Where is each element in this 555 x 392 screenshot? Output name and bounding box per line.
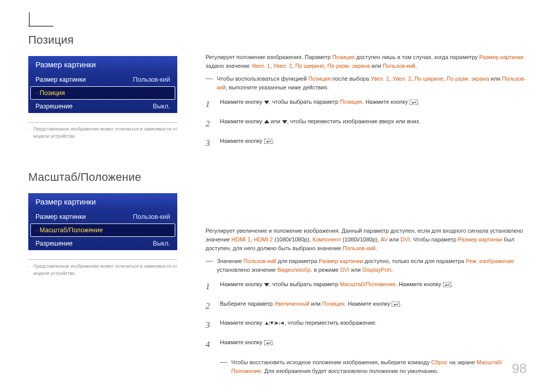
osd1-title: Размер картинки — [28, 56, 177, 73]
dash-icon: ― — [206, 74, 213, 92]
enter-icon — [392, 301, 400, 309]
svg-rect-10 — [392, 302, 400, 307]
t: Нажмите кнопку — [220, 138, 264, 144]
arrow-down-icon — [264, 282, 269, 289]
t: Значение — [217, 258, 244, 264]
footnote-rule-2 — [28, 259, 177, 260]
svg-marker-6 — [266, 141, 268, 143]
osd2-row2-label: · Масштаб/Положение — [36, 227, 103, 234]
t: или — [370, 63, 383, 69]
hl: Сброс — [431, 359, 448, 365]
t: , чтобы выбрать параметр — [269, 281, 340, 287]
s1-step3: 3 Нажмите кнопку . — [206, 137, 527, 150]
step-number: 3 — [206, 319, 213, 331]
osd2-row-size[interactable]: Размер картинки Пользов-кий — [28, 210, 177, 223]
s1-dash-text: Чтобы воспользоваться функцией Позиция п… — [217, 74, 527, 92]
t: установлено значение — [217, 267, 278, 273]
s2-step3: 3 Нажмите кнопку ///, чтобы переместить … — [206, 319, 527, 331]
svg-text:/: / — [279, 321, 281, 326]
hl: DVI — [400, 236, 410, 242]
step-number: 4 — [206, 339, 213, 351]
hl-position: Позиция — [332, 54, 355, 60]
step-number: 2 — [206, 300, 213, 312]
t: , чтобы переместить изображение. — [285, 320, 377, 326]
osd1-row2-label: · Позиция — [36, 89, 65, 97]
osd1-row1-label: Размер картинки — [35, 76, 86, 83]
t: для параметра — [276, 258, 319, 264]
osd2-row-res[interactable]: Разрешение Выкл. — [28, 237, 177, 250]
s2-intro: Регулирует увеличение и положение изобра… — [206, 227, 527, 253]
t: . — [376, 245, 377, 251]
t: доступен лишь в том случае, когда параме… — [355, 54, 479, 60]
step-text: Выберите параметр Увеличенный или Позици… — [220, 300, 401, 309]
step-text: Нажмите кнопку , чтобы выбрать параметр … — [220, 281, 453, 289]
arrow-down-icon — [282, 119, 287, 126]
hl: Увел. 2 — [393, 76, 412, 82]
enter-icon — [410, 99, 418, 107]
s2-step4: 4 Нажмите кнопку . — [206, 339, 527, 351]
svg-marker-9 — [445, 284, 447, 286]
hl-z2: Увел. 2 — [273, 63, 292, 69]
s2-dash-note-2: ― Чтобы восстановить исходное положение … — [220, 358, 527, 376]
s2-step1: 1 Нажмите кнопку , чтобы выбрать парамет… — [206, 281, 527, 293]
osd2-row3-value: Выкл. — [153, 240, 170, 247]
svg-text:/: / — [269, 321, 270, 326]
hl: DVI — [340, 267, 349, 273]
corner-mark — [28, 26, 53, 34]
page-body: Позиция Размер картинки Размер картинки … — [28, 33, 527, 376]
t: Регулирует положение изображения. Параме… — [206, 54, 332, 60]
svg-text:/: / — [274, 321, 275, 326]
s1-step2: 2 Нажмите кнопку или , чтобы переместить… — [206, 118, 527, 130]
osd-panel-1: Размер картинки Размер картинки Пользов-… — [28, 56, 177, 113]
t: Нажмите кнопку — [220, 99, 264, 105]
t: . — [418, 99, 419, 105]
s2-dash2-text: Чтобы восстановить исходное положение из… — [231, 358, 527, 376]
osd1-row-position[interactable]: · Позиция — [30, 86, 175, 100]
hl: Компонент — [312, 236, 341, 242]
arrow-up-icon — [264, 119, 269, 126]
t: . Нажмите кнопку — [396, 281, 443, 287]
svg-marker-0 — [264, 101, 269, 104]
hl: AV — [381, 236, 388, 242]
hl-z1: Увел. 1 — [251, 63, 270, 69]
step-text: Нажмите кнопку . — [220, 339, 274, 347]
dash-icon: ― — [220, 358, 227, 376]
enter-icon — [264, 340, 272, 347]
svg-marker-2 — [412, 102, 413, 104]
step-text: Нажмите кнопку , чтобы выбрать параметр … — [220, 98, 419, 107]
hl-custom: Пользов-кий — [383, 63, 416, 69]
s1-steps: 1 Нажмите кнопку , чтобы выбрать парамет… — [206, 98, 527, 149]
t: . — [415, 63, 417, 69]
enter-icon — [443, 282, 451, 289]
t: , чтобы выбрать параметр — [269, 99, 340, 105]
hl: Пользов-кий — [244, 258, 276, 264]
osd2-row1-label: Размер картинки — [35, 213, 86, 220]
hl: Масштаб/Положение — [340, 281, 396, 287]
hl: Видео/изобр. — [278, 267, 312, 273]
t: . Нажмите кнопку — [345, 301, 392, 307]
hl: По ширине — [414, 76, 443, 82]
hl: Позиция — [322, 301, 345, 307]
osd2-footnote: Представленное изображение может отличат… — [28, 263, 177, 277]
svg-marker-11 — [394, 304, 395, 306]
hl: Реж. изображения — [466, 258, 514, 264]
hl: Позиция — [308, 76, 331, 82]
t: после выбора — [330, 76, 371, 82]
step-number: 1 — [206, 281, 213, 293]
osd2-row-zoom[interactable]: · Масштаб/Положение — [30, 223, 175, 237]
hl-screen: По разм. экрана — [327, 63, 370, 69]
t: . — [451, 281, 453, 287]
osd1-row-res[interactable]: Разрешение Выкл. — [28, 100, 177, 113]
osd2-row3-label: Разрешение — [35, 240, 72, 247]
step-number: 3 — [206, 137, 213, 150]
footnote-rule-1 — [28, 122, 177, 123]
arrows-udlr-icon: /// — [264, 320, 285, 328]
hl: HDMI 1 — [231, 236, 250, 242]
hl: Размер картинки — [319, 258, 363, 264]
svg-rect-1 — [410, 100, 418, 105]
t: или — [387, 236, 400, 242]
t: или — [489, 76, 502, 82]
hl: Увеличенный — [274, 301, 309, 307]
osd1-footnote: Представленное изображение может отличат… — [28, 126, 177, 140]
osd1-row-size[interactable]: Размер картинки Пользов-кий — [28, 73, 177, 86]
